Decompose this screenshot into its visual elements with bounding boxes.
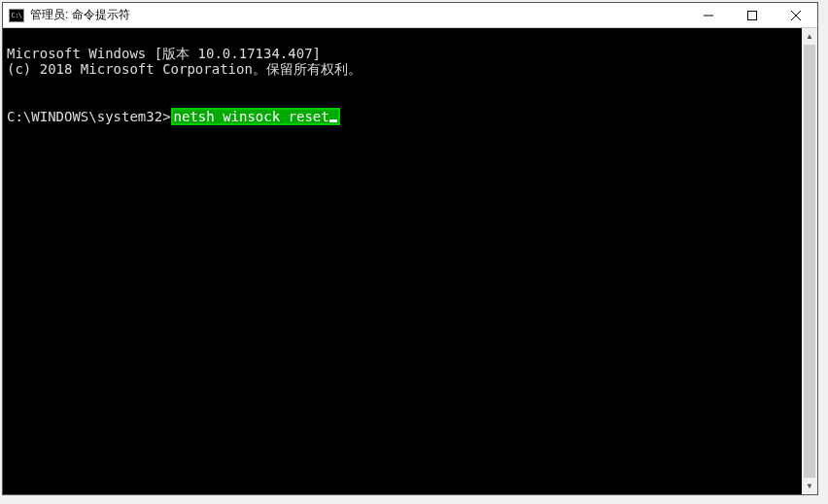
scroll-thumb[interactable] [804, 45, 815, 478]
window-controls [686, 3, 817, 27]
scroll-up-button[interactable]: ▲ [802, 28, 817, 45]
version-line: Microsoft Windows [版本 10.0.17134.407] [7, 46, 321, 61]
command-highlight: netsh winsock reset [171, 108, 340, 125]
scrollbar[interactable]: ▲ ▼ [802, 28, 817, 494]
terminal-body[interactable]: Microsoft Windows [版本 10.0.17134.407] (c… [3, 28, 817, 494]
copyright-line: (c) 2018 Microsoft Corporation。保留所有权利。 [7, 61, 362, 77]
window-title: 管理员: 命令提示符 [30, 7, 130, 23]
prompt-text: C:\WINDOWS\system32> [7, 109, 171, 124]
cmd-icon: C:\ [9, 9, 24, 22]
close-icon [791, 11, 801, 20]
maximize-icon [747, 11, 757, 20]
cursor-icon [329, 119, 337, 122]
svg-rect-1 [747, 11, 756, 19]
minimize-icon [704, 11, 713, 20]
terminal-content: Microsoft Windows [版本 10.0.17134.407] (c… [3, 28, 817, 158]
close-button[interactable] [774, 3, 817, 27]
command-text: netsh winsock reset [174, 109, 329, 124]
scroll-track[interactable] [802, 45, 817, 478]
titlebar[interactable]: C:\ 管理员: 命令提示符 [3, 3, 817, 28]
cmd-window: C:\ 管理员: 命令提示符 Microsoft Windows [版本 10.… [2, 2, 818, 495]
scroll-down-button[interactable]: ▼ [802, 478, 817, 494]
prompt-line: C:\WINDOWS\system32>netsh winsock reset [7, 108, 813, 125]
maximize-button[interactable] [730, 3, 774, 27]
minimize-button[interactable] [686, 3, 730, 27]
